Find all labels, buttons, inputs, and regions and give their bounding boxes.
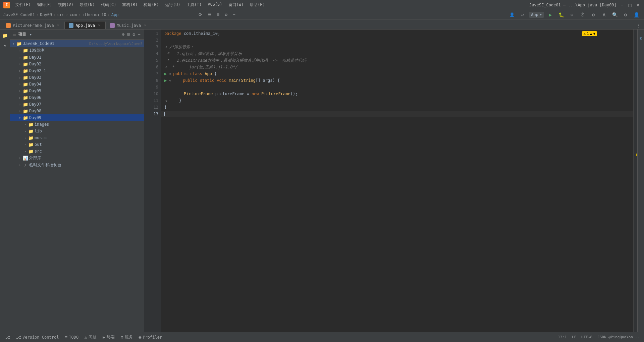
status-right-csdn[interactable]: CSDN @PingQuaYoo... bbox=[596, 334, 641, 340]
tree-folder-icon-9: 📁 bbox=[23, 108, 28, 114]
tree-label-14: out bbox=[35, 142, 143, 147]
menu-item-运行[interactable]: 运行(U) bbox=[162, 1, 183, 8]
settings2-button[interactable]: ⚙ bbox=[621, 10, 630, 19]
tab-menu-button[interactable]: ⋮ bbox=[634, 22, 642, 29]
status-right-utf[interactable]: UTF-8 bbox=[580, 334, 594, 340]
menu-item-代码[interactable]: 代码(C) bbox=[98, 1, 119, 8]
settings-button[interactable]: ⚙ bbox=[223, 11, 229, 18]
menu-item-窗口[interactable]: 窗口(W) bbox=[226, 1, 247, 8]
token: } bbox=[164, 104, 167, 111]
fold-btn-6[interactable]: ◇ bbox=[164, 65, 168, 69]
token: * 1.运行后，弹出窗体，播放背景音乐 bbox=[164, 50, 242, 57]
close-button[interactable]: × bbox=[635, 2, 641, 8]
tab-close-app[interactable]: × bbox=[97, 23, 101, 28]
translate-button[interactable]: A bbox=[600, 10, 608, 19]
status-item-version-control[interactable]: ⎇Version Control bbox=[13, 334, 61, 341]
status-right-cursor-pos[interactable]: 13:1 bbox=[556, 334, 569, 340]
tab-close-picframe[interactable]: × bbox=[56, 23, 60, 28]
run-config[interactable]: App ▾ bbox=[529, 12, 544, 18]
fold-btn-11[interactable]: ◇ bbox=[164, 99, 168, 103]
tree-item-Day06[interactable]: ›📁Day06 bbox=[10, 94, 144, 101]
menu-item-文件[interactable]: 文件(F) bbox=[13, 1, 34, 8]
panel-dropdown[interactable]: ▾ bbox=[30, 32, 32, 37]
tab-music[interactable]: Music.java× bbox=[106, 21, 152, 29]
breadcrumb-item-2[interactable]: src bbox=[57, 12, 65, 17]
stop-button[interactable]: ⚙ bbox=[589, 10, 598, 19]
maximize-button[interactable]: □ bbox=[627, 2, 633, 8]
breadcrumb-item-3[interactable]: com bbox=[69, 12, 77, 17]
breadcrumb-item-1[interactable]: Day09 bbox=[40, 12, 52, 17]
status-item-todo[interactable]: ≡TODO bbox=[62, 334, 81, 341]
tree-item-Day07[interactable]: ›📁Day07 bbox=[10, 101, 144, 108]
profile-run-button[interactable]: ⏱ bbox=[578, 10, 587, 19]
menu-item-构建[interactable]: 构建(B) bbox=[141, 1, 162, 8]
sync-button[interactable]: ⟳ bbox=[197, 11, 204, 18]
status-item-terminal[interactable]: ▶终端 bbox=[100, 333, 117, 341]
warning-up-btn[interactable]: ▲ bbox=[590, 32, 592, 36]
profile-button[interactable]: 👤 bbox=[507, 10, 516, 19]
run-button[interactable]: ▶ bbox=[546, 10, 555, 19]
tree-item-Day02[interactable]: ›📁Day02 bbox=[10, 61, 144, 67]
menu-item-编辑[interactable]: 编辑(E) bbox=[34, 1, 55, 8]
breadcrumb-item-5[interactable]: App bbox=[111, 12, 119, 17]
locate-btn[interactable]: ⊕ bbox=[121, 31, 125, 38]
warning-badge[interactable]: ⚠ 1 ▲ ▼ bbox=[582, 31, 597, 36]
search-button[interactable]: 🔍 bbox=[610, 10, 619, 19]
tree-item-Day05[interactable]: ›📁Day05 bbox=[10, 88, 144, 94]
tree-item-images[interactable]: ›📁images bbox=[10, 121, 144, 128]
tree-item-Day02_1[interactable]: ›📁Day02_1 bbox=[10, 67, 144, 74]
tree-item-src[interactable]: ›📁src bbox=[10, 148, 144, 155]
menu-item-视图[interactable]: 视图(V) bbox=[55, 1, 76, 8]
menu-item-帮助[interactable]: 帮助(H) bbox=[247, 1, 268, 8]
tree-root[interactable]: ▾ 📁 JaveSE_Code01 D:\study\workspace\Jav… bbox=[10, 40, 144, 47]
menu-item-VCS[interactable]: VCS(S) bbox=[205, 1, 225, 8]
token: ; bbox=[218, 30, 220, 37]
minimize-button[interactable]: － bbox=[619, 2, 625, 8]
tree-item-music[interactable]: ›📁music bbox=[10, 134, 144, 141]
tree-item-外部库[interactable]: ›📊外部库 bbox=[10, 155, 144, 162]
collapse-button[interactable]: ⊟ bbox=[215, 11, 221, 18]
far-right-btn-1[interactable]: ◩ bbox=[638, 31, 644, 45]
hide-button[interactable]: − bbox=[231, 11, 237, 18]
status-right-lf[interactable]: LF bbox=[570, 334, 578, 340]
tree-item-Day01[interactable]: ›📁Day01 bbox=[10, 54, 144, 61]
tree-item-Day04[interactable]: ›📁Day04 bbox=[10, 81, 144, 88]
expand-button[interactable]: ☰ bbox=[206, 11, 213, 18]
status-item-services[interactable]: ⚙服务 bbox=[118, 333, 136, 341]
fold-btn-8[interactable]: ◇ bbox=[168, 78, 172, 82]
menu-item-工具[interactable]: 工具(T) bbox=[184, 1, 205, 8]
debug-button[interactable]: 🐛 bbox=[557, 10, 566, 19]
folder-icon-btn[interactable]: 📁 bbox=[1, 31, 9, 40]
avatar-button[interactable]: 👤 bbox=[632, 10, 641, 19]
code-editor[interactable]: package com.itheima_10;◇/*添加音乐： * 1.运行后，… bbox=[161, 30, 633, 332]
tree-item-lib[interactable]: ›📁lib bbox=[10, 128, 144, 134]
tree-item-临时文件和控制台[interactable]: ›⚡临时文件和控制台 bbox=[10, 162, 144, 169]
warning-down-btn[interactable]: ▼ bbox=[593, 32, 595, 36]
run-gutter-btn-8[interactable]: ▶ bbox=[164, 77, 167, 84]
back-button[interactable]: ↩ bbox=[518, 10, 527, 19]
tab-app[interactable]: App.java× bbox=[64, 21, 105, 29]
status-item-profiler[interactable]: ◉Profiler bbox=[136, 334, 165, 341]
panel-close-btn[interactable]: − bbox=[137, 31, 141, 38]
tab-picframe[interactable]: PictureFrame.java× bbox=[2, 21, 64, 29]
panel-settings-btn[interactable]: ⚙ bbox=[132, 31, 136, 38]
fold-btn-7[interactable]: ◇ bbox=[168, 72, 172, 76]
tree-item-109综测[interactable]: ›📁109综测 bbox=[10, 47, 144, 54]
favorites-icon-btn[interactable]: ★ bbox=[1, 41, 9, 49]
tree-item-out[interactable]: ›📁out bbox=[10, 141, 144, 148]
menu-item-重构[interactable]: 重构(R) bbox=[119, 1, 140, 8]
tab-close-music[interactable]: × bbox=[143, 23, 147, 28]
breadcrumb-item-4[interactable]: itheima_10 bbox=[82, 12, 106, 17]
tree-item-Day09[interactable]: ▾📁Day09 bbox=[10, 114, 144, 121]
menu-item-导航[interactable]: 导航(N) bbox=[77, 1, 98, 8]
tree-item-Day08[interactable]: ›📁Day08 bbox=[10, 108, 144, 114]
tree-arrow-2: › bbox=[18, 62, 22, 66]
collapse-all-btn[interactable]: ⊟ bbox=[127, 31, 131, 38]
coverage-button[interactable]: ⊙ bbox=[568, 10, 576, 19]
breadcrumb-item-0[interactable]: JaveSE_Code01 bbox=[3, 12, 35, 17]
status-item-problems[interactable]: ⚠问题 bbox=[82, 333, 99, 341]
fold-btn-3[interactable]: ◇ bbox=[164, 45, 168, 49]
tree-item-Day03[interactable]: ›📁Day03 bbox=[10, 74, 144, 81]
run-gutter-btn-7[interactable]: ▶ bbox=[164, 70, 167, 77]
editor-scrollbar[interactable] bbox=[633, 30, 637, 332]
